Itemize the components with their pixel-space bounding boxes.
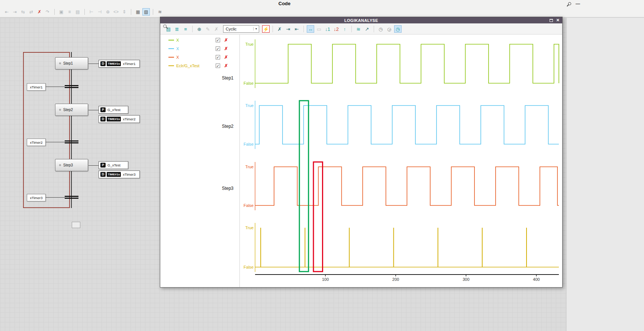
- import-trace-icon[interactable]: ⇤: [293, 25, 300, 33]
- cursor-green[interactable]: [299, 101, 309, 272]
- restore-icon[interactable]: [550, 19, 553, 22]
- logikanalyse-titlebar[interactable]: LOGIKANALYSE ✕: [160, 17, 562, 23]
- trace-visible-checkbox[interactable]: ✓: [216, 55, 220, 59]
- trace-plot-area: TrueFalseTrueFalseTrueFalseTrueFalse1002…: [240, 35, 562, 287]
- right-panel: [566, 18, 644, 331]
- trace-mode-value: Cyclic: [223, 27, 253, 31]
- transition-before-icon[interactable]: ⊢: [88, 8, 95, 16]
- delete-element-icon[interactable]: ✗: [36, 8, 43, 16]
- insert-step-transition-after-icon[interactable]: ⇥: [11, 8, 19, 16]
- sfc-transition-bar[interactable]: [65, 196, 78, 199]
- action-block[interactable]: D TIME#1s xTimer3: [99, 171, 140, 178]
- layout-settings-icon[interactable]: ≋: [156, 8, 164, 16]
- display-mode-icon[interactable]: ≋: [355, 25, 362, 33]
- remove-variable-icon[interactable]: ✗: [213, 25, 220, 33]
- action-block[interactable]: P G_xTest: [99, 161, 128, 169]
- transition-condition[interactable]: xTimer2: [27, 139, 46, 146]
- pin-shape: [567, 1, 571, 6]
- minimize-icon[interactable]: —: [576, 1, 580, 6]
- level-false-label: False: [244, 142, 254, 146]
- insert-parallel-branch-icon[interactable]: ⇄: [28, 8, 35, 16]
- sfc-step[interactable]: Step3: [55, 159, 88, 171]
- fit-width-icon[interactable]: ↔: [307, 25, 314, 33]
- trace-visible-checkbox[interactable]: ✓: [216, 38, 220, 42]
- sfc-transition-bar[interactable]: [65, 85, 78, 88]
- trace-name-label[interactable]: Eclr/G_xTest: [176, 64, 212, 68]
- restore-shape: [550, 19, 553, 22]
- show-tree-list-icon[interactable]: ≡: [182, 25, 189, 33]
- remove-trace-icon[interactable]: ✗: [224, 46, 228, 51]
- sfc-step[interactable]: Step2: [55, 104, 88, 116]
- sort-descending-icon[interactable]: ↓2: [332, 25, 340, 33]
- toggle-grid-icon[interactable]: ▦: [134, 8, 142, 16]
- pin-icon[interactable]: [567, 1, 571, 6]
- transition-condition[interactable]: xTimer1: [27, 83, 46, 91]
- action-time: TIME#1s: [107, 61, 121, 66]
- level-false-label: False: [244, 203, 254, 208]
- trace-mode-dropdown[interactable]: Cyclic▾: [223, 25, 259, 33]
- sfc-empty-box[interactable]: [72, 222, 80, 228]
- trace-color-sample: [168, 48, 174, 49]
- toolbar-separator: [374, 26, 374, 32]
- show-values-list-icon[interactable]: ≣: [173, 25, 181, 33]
- snap-mode-icon[interactable]: ▧: [142, 8, 150, 16]
- maximize-diagram-icon[interactable]: ↗: [363, 25, 371, 33]
- insert-step-transition-before-icon[interactable]: ⇤: [3, 8, 10, 16]
- view-code-icon[interactable]: <>: [112, 8, 120, 16]
- trace-color-sample: [168, 40, 174, 40]
- sfc-connection-line: [71, 171, 72, 208]
- toggle-io-icon[interactable]: ⇕: [120, 8, 128, 16]
- autoscale-vertical-icon[interactable]: ↑: [341, 25, 348, 33]
- zoom-selection-icon[interactable]: ▭: [315, 25, 323, 33]
- action-connector-line: [88, 110, 99, 110]
- level-false-label: False: [244, 265, 254, 269]
- sfc-step[interactable]: Step1: [55, 57, 88, 69]
- x-axis-tick-label: 100: [322, 277, 329, 282]
- action-qualifier: D: [100, 117, 106, 121]
- action-block[interactable]: P G_xTest: [99, 106, 128, 114]
- edit-variable-icon[interactable]: ✎: [204, 25, 212, 33]
- level-false-label: False: [244, 81, 254, 85]
- trace-name-label[interactable]: X: [176, 55, 212, 59]
- trace-row-label: Step3: [222, 186, 234, 191]
- action-block[interactable]: D TIME#1s xTimer2: [99, 115, 140, 123]
- trace-visible-checkbox[interactable]: ✓: [216, 46, 220, 51]
- toolbar-separator: [351, 26, 352, 32]
- toolbar-separator: [54, 9, 55, 15]
- trace-waveform: [255, 106, 559, 144]
- cursor-red[interactable]: [313, 162, 323, 272]
- insert-action-icon[interactable]: ▣: [58, 8, 65, 16]
- time-cursor-icon[interactable]: ◷: [394, 25, 402, 33]
- transition-after-icon[interactable]: ⊣: [96, 8, 103, 16]
- timing-diagram: TrueFalseTrueFalseTrueFalseTrueFalse1002…: [240, 35, 562, 288]
- action-operand: xTimer1: [122, 62, 135, 66]
- zoom-into-macro-icon[interactable]: ▤: [74, 8, 81, 16]
- toolbar-separator: [84, 9, 85, 15]
- remove-trace-icon[interactable]: ✗: [224, 38, 228, 43]
- transition-condition[interactable]: xTimer3: [27, 194, 46, 201]
- insert-branch-icon[interactable]: ⊕: [104, 8, 112, 16]
- action-qualifier: P: [100, 163, 106, 168]
- remove-trace-icon[interactable]: ✗: [224, 55, 228, 60]
- sfc-transition-bar[interactable]: [65, 140, 78, 143]
- insert-jump-icon[interactable]: ↷: [44, 8, 51, 16]
- clear-diagram-icon[interactable]: ✗: [276, 25, 283, 33]
- trace-settings-icon[interactable]: ⚡: [262, 25, 270, 33]
- close-icon[interactable]: ✕: [556, 18, 560, 22]
- action-block[interactable]: D TIME#1s xTimer1: [99, 60, 140, 68]
- time-absolute-icon[interactable]: ◷: [377, 25, 384, 33]
- export-trace-icon[interactable]: ⇥: [284, 25, 292, 33]
- trace-name-label[interactable]: X: [176, 46, 212, 51]
- remove-trace-icon[interactable]: ✗: [224, 63, 228, 68]
- trace-color-sample: [168, 57, 174, 58]
- time-relative-icon[interactable]: ◶: [386, 25, 393, 33]
- insert-macro-icon[interactable]: ≡: [66, 8, 73, 16]
- zoom-icon[interactable]: [163, 25, 167, 28]
- insert-alternative-branch-icon[interactable]: ⇆: [19, 8, 27, 16]
- step-indicator-dot: [59, 109, 61, 111]
- add-variable-icon[interactable]: ⊕: [196, 25, 203, 33]
- trace-name-label[interactable]: X: [176, 38, 212, 42]
- trace-row-label: Step2: [222, 124, 234, 129]
- sort-ascending-icon[interactable]: ↓1: [324, 25, 331, 33]
- trace-visible-checkbox[interactable]: ✓: [216, 64, 220, 68]
